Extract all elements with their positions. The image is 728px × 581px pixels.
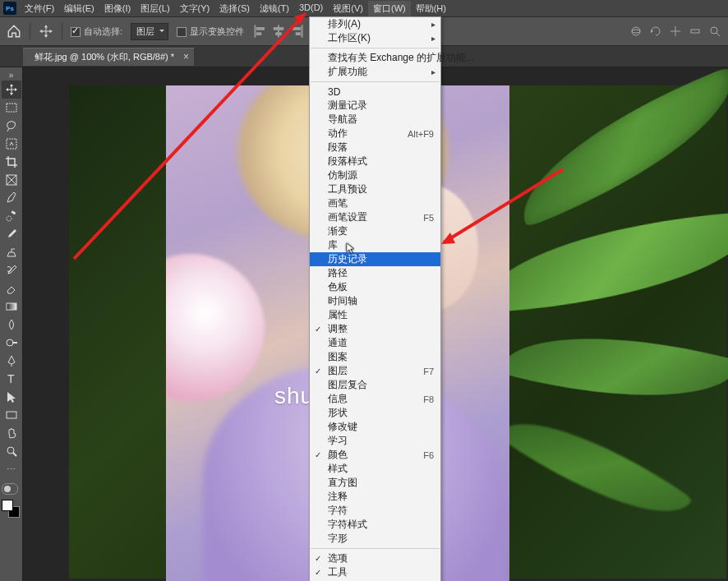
menu-item[interactable]: 扩展功能 [310, 65, 440, 79]
menu-item[interactable]: ✓颜色F6 [310, 448, 440, 462]
menu-item[interactable]: 色板 [310, 280, 440, 294]
align-right-icon[interactable] [288, 23, 305, 39]
menu-separator [311, 81, 440, 82]
svg-rect-8 [302, 25, 303, 38]
menu-item[interactable]: 注释 [310, 490, 440, 504]
path-selection-tool[interactable] [2, 388, 21, 406]
rectangular-marquee-tool[interactable] [2, 99, 21, 117]
menu-item[interactable]: 样式 [310, 462, 440, 476]
auto-select-label: 自动选择: [84, 26, 122, 36]
menu-item[interactable]: ✓图层F7 [310, 364, 440, 378]
menu-item-label: 导航器 [328, 113, 357, 127]
menu-item[interactable]: 通道 [310, 336, 440, 350]
menu-item[interactable]: 修改键 [310, 420, 440, 434]
toolbox: » T⋯ [0, 67, 23, 581]
menu-item[interactable]: 查找有关 Exchange 的扩展功能... [310, 51, 440, 65]
menu-item[interactable]: 库 [310, 238, 440, 252]
eraser-tool[interactable] [2, 279, 21, 297]
quick-mask-toggle[interactable] [2, 483, 18, 495]
menu-文件[interactable]: 文件(F) [20, 1, 59, 16]
menu-item[interactable]: 图案 [310, 350, 440, 364]
zoom-tool[interactable] [2, 442, 21, 460]
auto-select-checkbox[interactable]: 自动选择: [71, 25, 122, 38]
pen-tool[interactable] [2, 352, 21, 370]
menu-item[interactable]: 直方图 [310, 476, 440, 490]
close-icon[interactable]: × [183, 51, 189, 62]
clone-stamp-tool[interactable] [2, 243, 21, 261]
menu-item[interactable]: 动作Alt+F9 [310, 127, 440, 141]
menu-item[interactable]: ✓工具 [310, 565, 440, 579]
check-icon: ✓ [315, 325, 321, 334]
menu-item[interactable]: 工具预设 [310, 182, 440, 196]
menu-选择[interactable]: 选择(S) [214, 1, 255, 16]
home-icon[interactable] [7, 24, 21, 39]
gradient-tool[interactable] [2, 297, 21, 316]
move-tool-icon [39, 24, 53, 39]
roll-icon[interactable] [649, 25, 662, 38]
menu-item[interactable]: 历史记录 [310, 252, 440, 266]
menu-item[interactable]: ✓选项 [310, 551, 440, 565]
edit-toolbar-icon[interactable]: ⋯ [2, 460, 21, 478]
frame-tool[interactable] [2, 171, 21, 189]
menu-item[interactable]: ✓调整 [310, 322, 440, 336]
lasso-tool[interactable] [2, 117, 21, 135]
menu-item-label: 图层复合 [328, 378, 367, 392]
orbit-icon[interactable] [629, 25, 643, 38]
spot-healing-brush-tool[interactable] [2, 207, 21, 225]
crop-tool[interactable] [2, 153, 21, 171]
menu-item[interactable]: 工作区(K) [310, 31, 440, 45]
dodge-tool[interactable] [2, 334, 21, 352]
menu-item[interactable]: 字符样式 [310, 518, 440, 532]
align-center-h-icon[interactable] [270, 23, 287, 39]
blur-tool[interactable] [2, 316, 21, 334]
menu-文字[interactable]: 文字(Y) [175, 1, 215, 16]
menu-视图[interactable]: 视图(V) [328, 1, 368, 16]
menu-item[interactable]: 渐变 [310, 224, 440, 238]
menu-item[interactable]: 导航器 [310, 113, 440, 127]
menu-item[interactable]: 路径 [310, 266, 440, 280]
move-tool[interactable] [2, 81, 21, 99]
menu-item[interactable]: 3D [310, 85, 440, 99]
menu-item[interactable]: 属性 [310, 308, 440, 322]
document-tab[interactable]: 鲜花.jpg @ 100% (水印, RGB/8#) * × [23, 48, 194, 66]
menu-item[interactable]: 画笔设置F5 [310, 210, 440, 224]
object-selection-tool[interactable] [2, 135, 21, 153]
menu-图像[interactable]: 图像(I) [99, 1, 136, 16]
hand-tool[interactable] [2, 424, 21, 442]
menu-item[interactable]: 图层复合 [310, 378, 440, 392]
menu-图层[interactable]: 图层(L) [136, 1, 174, 16]
align-left-icon[interactable] [252, 23, 269, 39]
menu-item[interactable]: 学习 [310, 434, 440, 448]
brush-tool[interactable] [2, 225, 21, 243]
slide-icon[interactable] [689, 25, 702, 38]
show-transform-checkbox[interactable]: 显示变换控件 [177, 25, 244, 38]
menu-item[interactable]: 字形 [310, 532, 440, 546]
eyedropper-tool[interactable] [2, 189, 21, 207]
auto-select-dropdown[interactable]: 图层 [131, 23, 168, 40]
history-brush-tool[interactable] [2, 261, 21, 279]
menu-item-label: 画笔设置 [328, 210, 367, 224]
menu-item[interactable]: 排列(A) [310, 17, 440, 31]
menu-item[interactable]: 信息F8 [310, 392, 440, 406]
canvas-content [500, 67, 728, 228]
menu-滤镜[interactable]: 滤镜(T) [255, 1, 294, 16]
menu-item[interactable]: 时间轴 [310, 294, 440, 308]
menu-编辑[interactable]: 编辑(E) [59, 1, 99, 16]
menu-item[interactable]: 画笔 [310, 196, 440, 210]
foreground-color-swatch[interactable] [2, 500, 13, 511]
menu-帮助[interactable]: 帮助(H) [411, 1, 451, 16]
pan-icon[interactable] [669, 25, 682, 38]
menu-item[interactable]: 测量记录 [310, 99, 440, 113]
menu-3d[interactable]: 3D(D) [294, 1, 328, 16]
type-tool[interactable]: T [2, 370, 21, 388]
menu-item[interactable]: 字符 [310, 504, 440, 518]
color-swatches[interactable] [2, 500, 20, 518]
toolbox-expand-icon[interactable]: » [9, 71, 14, 80]
rectangle-tool[interactable] [2, 406, 21, 424]
menu-item[interactable]: 仿制源 [310, 168, 440, 182]
menu-item[interactable]: 形状 [310, 406, 440, 420]
zoom-3d-icon[interactable] [708, 25, 721, 38]
menu-item[interactable]: 段落 [310, 141, 440, 154]
menu-窗口[interactable]: 窗口(W) [368, 1, 411, 16]
menu-item[interactable]: 段落样式 [310, 154, 440, 168]
